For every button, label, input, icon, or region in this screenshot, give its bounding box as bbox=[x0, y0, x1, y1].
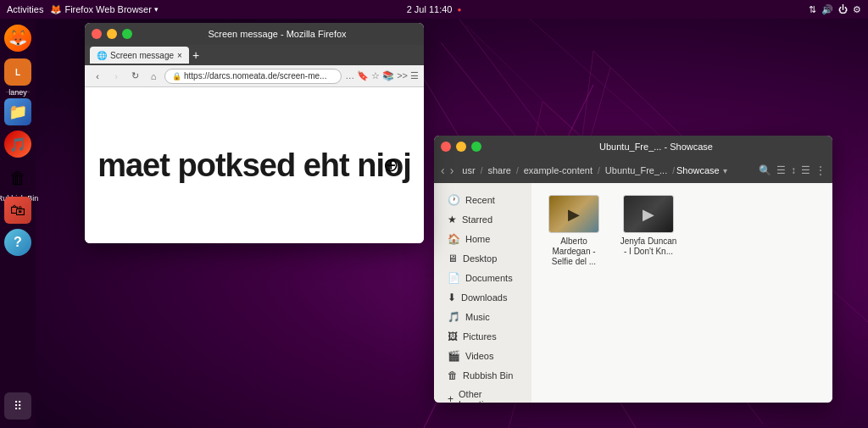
sidebar-item-other-locations[interactable]: + Other Locations bbox=[437, 386, 528, 403]
file-item-jenyfa[interactable]: ▶ Jenyfa Duncan - I Don't Kn... bbox=[615, 192, 682, 270]
firefox-taskbar-button[interactable]: 🦊 Firefox Web Browser ▾ bbox=[50, 4, 159, 15]
dock-software[interactable]: 🛍 bbox=[3, 196, 32, 225]
dock: 🦊 L laney 📁 🎵 🗑 Rubbish Bin 🛍 ? bbox=[0, 19, 36, 428]
other-locations-label: Other Locations bbox=[459, 389, 518, 403]
dock-firefox[interactable]: 🦊 bbox=[3, 24, 32, 53]
firefox-label: Firefox Web Browser bbox=[64, 4, 152, 14]
videos-label: Videos bbox=[465, 351, 493, 361]
forward-button[interactable]: › bbox=[108, 69, 124, 84]
sidebar-item-downloads[interactable]: ⬇ Downloads bbox=[437, 288, 528, 307]
fm-toolbar-right: 🔍 ☰ ↕ ☰ ⋮ bbox=[759, 164, 826, 176]
browser-close-button[interactable] bbox=[92, 29, 102, 39]
rubbish-bin-icon: 🗑 bbox=[448, 370, 458, 381]
fm-more-icon[interactable]: ☰ bbox=[801, 164, 810, 176]
filemanager-body: 🕐 Recent ★ Starred 🏠 Home 🖥 Desktop 📄 Do… bbox=[434, 183, 832, 403]
sidebar-item-pictures[interactable]: 🖼 Pictures bbox=[437, 327, 528, 346]
more-button[interactable]: … bbox=[345, 70, 354, 81]
fm-view-icon[interactable]: ☰ bbox=[776, 164, 786, 176]
filemanager-sidebar: 🕐 Recent ★ Starred 🏠 Home 🖥 Desktop 📄 Do… bbox=[434, 183, 531, 403]
sidebar-item-starred[interactable]: ★ Starred bbox=[437, 210, 528, 229]
tab-close-button[interactable]: × bbox=[177, 51, 182, 60]
fm-title: Ubuntu_Fre_... - Showcase bbox=[487, 142, 826, 152]
browser-maximize-button[interactable] bbox=[122, 29, 132, 39]
fm-path-current: Showcase bbox=[676, 165, 720, 175]
reload-button[interactable]: ↻ bbox=[127, 69, 142, 84]
file-item-alberto[interactable]: ▶ Alberto Mardegan - Selfie del ... bbox=[540, 192, 608, 270]
screen-message: maet potksed eht nioj bbox=[97, 147, 411, 184]
fm-close-button[interactable] bbox=[441, 142, 451, 152]
url-text: https://darcs.nomeata.de/screen-me... bbox=[184, 71, 326, 81]
new-tab-button[interactable]: + bbox=[192, 49, 199, 61]
tab-icon: 🌐 bbox=[97, 51, 107, 60]
recent-label: Recent bbox=[465, 195, 495, 205]
sidebar-item-recent[interactable]: 🕐 Recent bbox=[437, 191, 528, 209]
star-icon[interactable]: ☆ bbox=[371, 70, 380, 81]
sidebar-item-rubbish-bin[interactable]: 🗑 Rubbish Bin bbox=[437, 366, 528, 385]
dock-show-apps[interactable]: ⠿ bbox=[4, 392, 31, 420]
toolbar-icons: … 🔖 ☆ 📚 >> ☰ bbox=[345, 70, 419, 81]
file-thumbnail-1: ▶ bbox=[548, 195, 599, 233]
desktop-label: Desktop bbox=[463, 253, 497, 264]
home-button[interactable]: ⌂ bbox=[146, 69, 161, 84]
documents-icon: 📄 bbox=[448, 272, 460, 284]
starred-icon: ★ bbox=[448, 214, 457, 225]
dock-music[interactable]: 🎵 bbox=[3, 130, 32, 158]
sidebar-item-desktop[interactable]: 🖥 Desktop bbox=[437, 249, 528, 268]
home-icon: 🏠 bbox=[448, 233, 460, 245]
videos-icon: 🎬 bbox=[448, 350, 460, 362]
fm-minimize-button[interactable] bbox=[456, 142, 466, 152]
sidebar-item-home[interactable]: 🏠 Home bbox=[437, 230, 528, 248]
fm-dots-icon[interactable]: ⋮ bbox=[815, 164, 826, 176]
file-thumbnail-2: ▶ bbox=[623, 195, 674, 233]
sound-icon: 🔊 bbox=[821, 4, 833, 15]
sidebar-item-music[interactable]: 🎵 Music bbox=[437, 308, 528, 326]
settings-icon[interactable]: ⚙ bbox=[853, 4, 861, 15]
fm-breadcrumb: usr / share / example-content / Ubuntu_F… bbox=[459, 164, 754, 177]
home-label: Home bbox=[465, 234, 490, 244]
documents-label: Documents bbox=[465, 273, 513, 283]
topbar: Activities 🦊 Firefox Web Browser ▾ 2 Jul… bbox=[0, 0, 868, 19]
fm-sep-4: / bbox=[672, 166, 675, 175]
url-bar[interactable]: 🔒 https://darcs.nomeata.de/screen-me... bbox=[164, 69, 342, 84]
fm-search-icon[interactable]: 🔍 bbox=[759, 164, 771, 176]
show-apps-icon: ⠿ bbox=[14, 399, 22, 413]
browser-toolbar: ‹ › ↻ ⌂ 🔒 https://darcs.nomeata.de/scree… bbox=[85, 65, 424, 87]
activities-button[interactable]: Activities bbox=[7, 4, 43, 14]
browser-window: Screen message - Mozilla Firefox 🌐 Scree… bbox=[85, 23, 424, 243]
bookmark-icon: 🔖 bbox=[357, 70, 369, 81]
network-icon: ⇅ bbox=[809, 4, 816, 15]
fm-path-example[interactable]: example-content bbox=[520, 164, 596, 177]
fm-sort-icon[interactable]: ↕ bbox=[791, 164, 796, 176]
back-button[interactable]: ‹ bbox=[90, 69, 105, 84]
browser-minimize-button[interactable] bbox=[107, 29, 117, 39]
sidebar-item-documents[interactable]: 📄 Documents bbox=[437, 269, 528, 287]
fm-path-dropdown[interactable]: ▾ bbox=[723, 166, 727, 175]
file-name-1: Alberto Mardegan - Selfie del ... bbox=[543, 236, 604, 267]
sidebar-item-videos[interactable]: 🎬 Videos bbox=[437, 347, 528, 365]
fm-path-share[interactable]: share bbox=[484, 164, 515, 177]
dropdown-arrow: ▾ bbox=[154, 5, 159, 14]
library-icon[interactable]: 📚 bbox=[382, 70, 394, 81]
fm-path-usr[interactable]: usr bbox=[459, 164, 478, 177]
fm-maximize-button[interactable] bbox=[471, 142, 481, 152]
menu-button[interactable]: ☰ bbox=[410, 70, 419, 81]
fm-forward-button[interactable]: › bbox=[450, 164, 454, 177]
dock-trash[interactable]: 🗑 Rubbish Bin bbox=[3, 164, 32, 192]
matrix-icon: ⊕ bbox=[383, 154, 398, 176]
filemanager-content: ▶ Alberto Mardegan - Selfie del ... ▶ Je… bbox=[531, 183, 832, 403]
power-icon[interactable]: ⏻ bbox=[838, 4, 848, 14]
help-icon: ? bbox=[14, 235, 22, 250]
desktop-icon: 🖥 bbox=[448, 253, 458, 264]
downloads-icon: ⬇ bbox=[448, 292, 456, 303]
dock-help[interactable]: ? bbox=[3, 228, 32, 257]
fm-sep-2: / bbox=[516, 166, 519, 175]
topbar-center: 2 Jul 11:40 ● bbox=[407, 4, 462, 14]
browser-tab[interactable]: 🌐 Screen message × bbox=[90, 47, 189, 64]
fm-path-ubuntu[interactable]: Ubuntu_Fre_... bbox=[602, 164, 670, 177]
dock-laney[interactable]: L laney bbox=[3, 58, 32, 86]
topbar-left: Activities 🦊 Firefox Web Browser ▾ bbox=[7, 4, 159, 15]
dock-files[interactable]: 📁 bbox=[3, 97, 32, 126]
files-icon: 📁 bbox=[8, 103, 27, 121]
fm-back-button[interactable]: ‹ bbox=[441, 164, 445, 177]
extension-icon[interactable]: >> bbox=[397, 70, 408, 81]
